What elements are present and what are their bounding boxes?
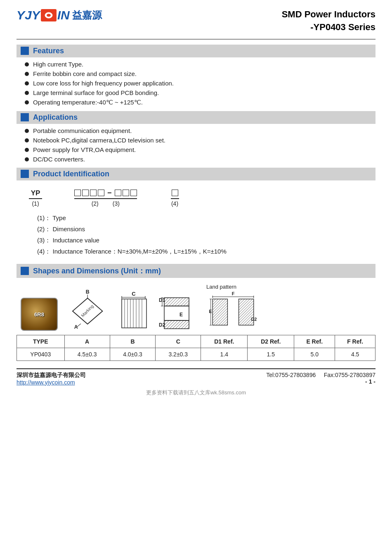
product-id-square-icon <box>21 170 29 178</box>
features-square-icon <box>21 47 29 55</box>
pid-legend: (1)： Type (2)： Dimensions (3)： Inductanc… <box>37 214 363 256</box>
logo-icon-svg <box>44 11 54 19</box>
product-id-title: Product Identification <box>33 170 109 178</box>
land-pattern-label: Land pattern <box>206 284 236 290</box>
cell-a: 4.5±0.3 <box>64 348 110 361</box>
footer-tel: Tel:0755-27803896 <box>266 372 316 378</box>
footer: 深圳市益嘉源电子有限公司 http://www.yjycoin.com Tel:… <box>17 368 375 386</box>
feature-text: Low core loss for high frequency power a… <box>33 80 174 87</box>
application-text: DC/DC converters. <box>33 156 85 163</box>
svg-text:B: B <box>86 289 90 295</box>
logo-chinese: 益嘉源 <box>72 9 102 22</box>
bullet-icon <box>25 91 29 95</box>
svg-text:E: E <box>179 312 183 318</box>
pid-legend-num: (4)： <box>37 248 51 255</box>
bullet-icon <box>25 72 29 76</box>
application-item-4: DC/DC converters. <box>25 156 375 163</box>
land-pattern-svg: F E D2 <box>206 292 260 331</box>
watermark: 更多资料下载请到五八文库wk.58sms.com <box>17 389 375 396</box>
footer-left: 深圳市益嘉源电子有限公司 http://www.yjycoin.com <box>17 372 86 386</box>
application-item-3: Power supply for VTR,OA equipment. <box>25 146 375 153</box>
pid-box <box>82 190 89 196</box>
side-view-diagram: D1 E D2 <box>157 292 198 331</box>
pid-legend-item-4: (4)： Inductance Tolerance：N=±30%,M=±20%，… <box>37 248 363 256</box>
pid-num-3: (3) <box>113 200 120 207</box>
table-row: YP0403 4.5±0.3 4.0±0.3 3.2±0.3 1.4 1.5 5… <box>17 348 375 361</box>
company-website[interactable]: http://www.yjycoin.com <box>17 379 75 386</box>
application-text: Notebook PC,digital carmera,LCD televisi… <box>33 137 165 144</box>
logo-letters-1: YJY <box>17 8 40 22</box>
footer-fax: Fax:0755-27803897 <box>324 372 375 378</box>
features-title: Features <box>33 47 64 55</box>
table-header-e: E Ref. <box>294 335 335 348</box>
applications-section-header: Applications <box>17 111 375 124</box>
svg-rect-36 <box>213 299 227 325</box>
pid-box <box>130 190 137 196</box>
pid-num-4: (4) <box>171 200 178 207</box>
table-header-d2: D2 Ref. <box>248 335 294 348</box>
cell-d2: 1.5 <box>248 348 294 361</box>
footer-right: Tel:0755-27803896 Fax:0755-27803897 - 1 … <box>266 372 375 385</box>
shapes-diagrams-row: B Marking A C <box>21 284 375 331</box>
pid-legend-num: (1)： <box>37 214 51 221</box>
bullet-icon <box>25 148 29 152</box>
applications-title: Applications <box>33 113 78 122</box>
header: YJY IN 益嘉源 SMD Power Inductors -YP0403 S… <box>17 8 375 40</box>
pid-legend-item-2: (2)： Dimensions <box>37 225 363 233</box>
pid-legend-desc: Inductance value <box>53 237 99 244</box>
pid-box <box>98 190 104 196</box>
shapes-section: B Marking A C <box>17 284 375 361</box>
pid-legend-num: (3)： <box>37 237 51 244</box>
svg-rect-12 <box>122 299 146 328</box>
application-text: Power supply for VTR,OA equipment. <box>33 146 136 153</box>
company-name: 深圳市益嘉源电子有限公司 <box>17 372 86 379</box>
footer-contact: Tel:0755-27803896 Fax:0755-27803897 <box>266 372 375 378</box>
product-title: SMD Power Inductors -YP0403 Series <box>282 8 375 34</box>
cell-e: 5.0 <box>294 348 335 361</box>
feature-item-4: Large terminal surface for good PCB bond… <box>25 89 375 96</box>
bullet-icon <box>25 81 29 85</box>
svg-text:C: C <box>132 292 136 297</box>
product-id-section-header: Product Identification <box>17 168 375 180</box>
feature-text: High current Type. <box>33 61 83 68</box>
product-series: -YP0403 Series <box>310 22 375 32</box>
product-line: SMD Power Inductors <box>282 9 375 19</box>
bullet-icon <box>25 138 29 142</box>
pid-legend-num: (2)： <box>37 225 51 232</box>
pid-legend-desc: Dimensions <box>53 225 85 232</box>
pid-box <box>90 190 97 196</box>
pid-dash: − <box>107 189 112 197</box>
coil-svg: C <box>120 292 149 333</box>
pid-box <box>123 190 129 196</box>
svg-rect-24 <box>164 320 189 329</box>
feature-item-3: Low core loss for high frequency power a… <box>25 80 375 87</box>
pid-box <box>74 190 81 196</box>
table-header-type: TYPE <box>17 335 65 348</box>
features-section-header: Features <box>17 45 375 57</box>
cell-b: 4.0±0.3 <box>110 348 155 361</box>
logo-letters-2: IN <box>57 8 70 22</box>
pid-legend-desc: Inductance Tolerance：N=±30%,M=±20%，L=±15… <box>53 248 227 255</box>
svg-text:A: A <box>74 324 78 330</box>
footer-page: - 1 - <box>266 378 375 385</box>
cell-type: YP0403 <box>17 348 65 361</box>
feature-item-1: High current Type. <box>25 61 375 68</box>
table-header-d1: D1 Ref. <box>201 335 248 348</box>
side-view-svg: D1 E D2 <box>157 292 202 335</box>
table-header-b: B <box>110 335 155 348</box>
inductor-photo <box>21 298 58 331</box>
logo-icon-block <box>41 9 57 21</box>
page-wrapper: YJY IN 益嘉源 SMD Power Inductors -YP0403 S… <box>0 0 392 555</box>
pid-num-2: (2) <box>92 200 99 207</box>
pid-legend-desc: Type <box>52 214 66 221</box>
diamond-svg: B Marking A <box>66 289 111 331</box>
bullet-icon <box>25 100 29 104</box>
svg-rect-37 <box>239 299 254 325</box>
application-item-2: Notebook PC,digital carmera,LCD televisi… <box>25 137 375 144</box>
applications-square-icon <box>21 113 29 121</box>
bullet-icon <box>25 129 29 133</box>
product-id-diagram: YP (1) − (2) <box>29 189 363 256</box>
table-header-c: C <box>156 335 201 348</box>
features-list: High current Type. Ferrite bobbin core a… <box>25 61 375 106</box>
shapes-section-header: Shapes and Dimensions (Unit：mm) <box>17 264 375 278</box>
